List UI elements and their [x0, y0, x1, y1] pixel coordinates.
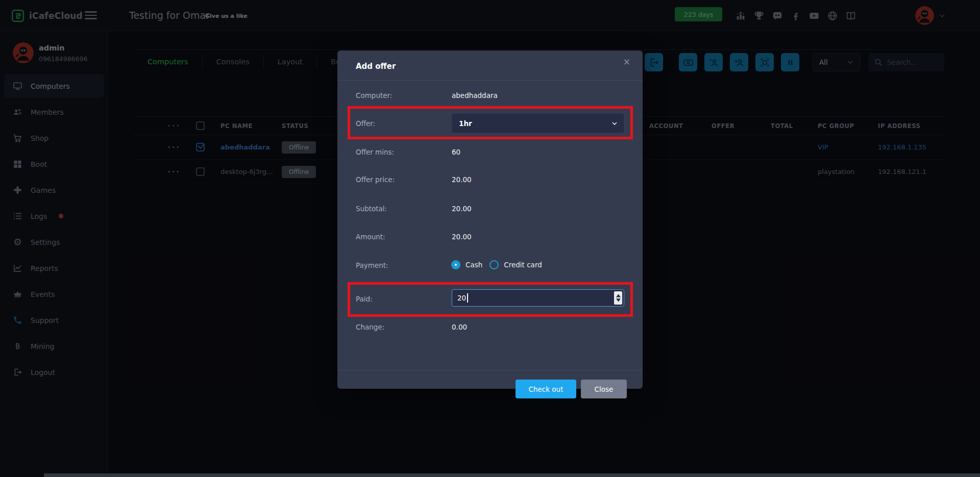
payment-label: Payment:: [356, 261, 388, 269]
offer-mins-value: 60: [452, 148, 460, 156]
change-label: Change:: [356, 323, 384, 331]
change-value: 0.00: [452, 323, 467, 331]
offer-mins-label: Offer mins:: [356, 148, 394, 156]
offer-price-label: Offer price:: [356, 175, 395, 184]
radio-selected-icon[interactable]: [451, 260, 460, 269]
payment-option-label: Cash: [465, 261, 482, 269]
computer-value: abedhaddara: [452, 91, 498, 99]
payment-option-cash[interactable]: Cash: [451, 260, 482, 269]
add-offer-modal: Add offer × Computer: abedhaddara Offer:…: [337, 51, 643, 389]
payment-option-credit-card[interactable]: Credit card: [489, 260, 542, 269]
offer-price-value: 20.00: [452, 175, 472, 184]
payment-options: Cash Credit card: [451, 260, 542, 269]
app-root: iCafeCloud Testing for Omar Give us a li…: [0, 0, 980, 477]
check-out-button[interactable]: Check out: [516, 380, 576, 398]
computer-label: Computer:: [356, 91, 392, 99]
modal-header-divider: [337, 80, 643, 81]
annotation-offer-highlight: [348, 106, 633, 139]
radio-unselected-icon[interactable]: [489, 260, 499, 269]
subtotal-label: Subtotal:: [356, 205, 387, 213]
annotation-paid-highlight: [348, 282, 633, 317]
modal-title: Add offer: [356, 62, 396, 71]
payment-option-label: Credit card: [504, 261, 542, 269]
amount-value: 20.00: [452, 233, 472, 241]
subtotal-value: 20.00: [452, 205, 472, 213]
close-icon[interactable]: ×: [623, 57, 630, 67]
modal-footer-divider: [337, 370, 643, 370]
close-button[interactable]: Close: [581, 380, 627, 398]
amount-label: Amount:: [356, 233, 385, 241]
